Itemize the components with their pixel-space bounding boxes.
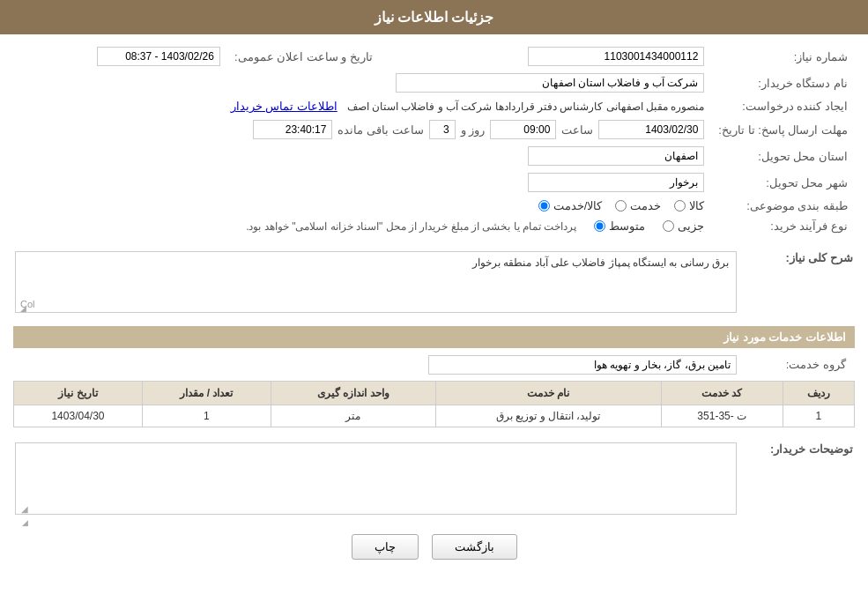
purchase-motavasset-option[interactable]: متوسط (594, 219, 645, 233)
table-row: 1 ت -35-351 تولید، انتقال و توزیع برق مت… (14, 405, 855, 427)
province-input[interactable] (528, 146, 704, 166)
response-date-input[interactable] (598, 120, 704, 139)
countdown-input[interactable] (253, 120, 332, 139)
need-number-label: شماره نیاز: (711, 43, 855, 70)
need-description-section: شرح کلی نیاز: برق رسانی به ایستگاه پمپاژ… (13, 245, 855, 319)
cell-code: ت -35-351 (661, 405, 783, 427)
service-group-input[interactable] (428, 355, 737, 375)
category-kala-khedmat-radio[interactable] (538, 200, 550, 212)
resize-handle-desc[interactable]: ◢ (18, 301, 26, 310)
purchase-jozii-radio[interactable] (663, 220, 674, 232)
need-number-value (415, 43, 711, 70)
buyer-org-value (13, 70, 711, 96)
purchase-type-row: نوع فرآیند خرید: جزیی متوسط پرداخت ت (13, 216, 855, 236)
need-desc-container: برق رسانی به ایستگاه پمپاژ فاضلاب علی آب… (15, 251, 737, 313)
col-header-row: ردیف (783, 382, 854, 405)
announcement-date-value (13, 43, 227, 70)
need-number-input[interactable] (528, 47, 704, 66)
response-time-label: ساعت (561, 123, 593, 137)
need-desc-label: شرح کلی نیاز: (785, 251, 853, 264)
response-day-input[interactable] (429, 120, 456, 139)
back-button[interactable]: بازگشت (432, 534, 517, 560)
need-desc-text: برق رسانی به ایستگاه پمپاژ فاضلاب علی آب… (472, 256, 729, 269)
need-number-row: شماره نیاز: تاریخ و ساعت اعلان عمومی: (13, 43, 855, 70)
buyer-notes-container: ◢ (15, 442, 737, 515)
cell-date: 1403/04/30 (14, 405, 143, 427)
buyer-notes-label: توضیحات خریدار: (770, 442, 853, 456)
response-deadline-row: مهلت ارسال پاسخ: تا تاریخ: ساعت باقی مان… (13, 116, 855, 143)
general-info-table: شماره نیاز: تاریخ و ساعت اعلان عمومی: نا… (13, 43, 855, 236)
button-row: بازگشت چاپ (13, 521, 855, 573)
buyer-notes-label-cell: توضیحات خریدار: (738, 438, 853, 519)
need-desc-layout: شرح کلی نیاز: برق رسانی به ایستگاه پمپاژ… (13, 245, 855, 319)
creator-text: منصوره مقبل اصفهانی کارشناس دفتر قرارداد… (347, 100, 705, 113)
announcement-date-input[interactable] (97, 47, 220, 66)
creator-row: ایجاد کننده درخواست: منصوره مقبل اصفهانی… (13, 96, 855, 116)
service-group-label: گروه خدمت: (738, 354, 853, 375)
creator-value: منصوره مقبل اصفهانی کارشناس دفتر قرارداد… (13, 96, 711, 116)
category-row: طبقه بندی موضوعی: کالا خدمت (13, 196, 855, 216)
buyer-notes-inner (16, 443, 736, 514)
services-section-label: اطلاعات خدمات مورد نیاز (723, 330, 846, 344)
city-row: شهر محل تحویل: (13, 169, 855, 196)
page-header: جزئیات اطلاعات نیاز (0, 0, 868, 34)
response-time-input[interactable] (490, 120, 556, 139)
page-wrapper: جزئیات اطلاعات نیاز شماره نیاز: تاریخ و … (0, 0, 868, 609)
services-table: ردیف کد خدمت نام خدمت واحد اندازه گیری ت… (13, 381, 855, 427)
col-header-unit: واحد اندازه گیری (271, 382, 435, 405)
need-desc-value-cell: برق رسانی به ایستگاه پمپاژ فاضلاب علی آب… (15, 247, 737, 317)
resize-handle-buyer[interactable]: ◢ (18, 501, 28, 512)
city-input[interactable] (528, 173, 704, 192)
cell-name: تولید، انتقال و توزیع برق (435, 405, 661, 427)
purchase-type-label: نوع فرآیند خرید: (711, 216, 855, 236)
service-group-value-cell (15, 354, 737, 375)
cell-row: 1 (783, 405, 854, 427)
city-label: شهر محل تحویل: (711, 169, 855, 196)
col-header-code: کد خدمت (661, 382, 783, 405)
province-label: استان محل تحویل: (711, 143, 855, 169)
purchase-type-options: جزیی متوسط پرداخت تمام یا بخشی از مبلغ خ… (13, 216, 711, 236)
province-value (13, 143, 711, 169)
buyer-org-row: نام دستگاه خریدار: (13, 70, 855, 96)
province-row: استان محل تحویل: (13, 143, 855, 169)
response-deadline-value: ساعت باقی مانده روز و ساعت (13, 116, 711, 143)
category-kala-khedmat-option[interactable]: کالا/خدمت (538, 199, 603, 212)
services-table-header-row: ردیف کد خدمت نام خدمت واحد اندازه گیری ت… (14, 382, 855, 405)
service-group-table: گروه خدمت: (13, 353, 855, 376)
cell-qty: 1 (142, 405, 271, 427)
purchase-note: پرداخت تمام یا بخشی از مبلغ خریدار از مح… (246, 220, 576, 233)
buyer-notes-value-cell: ◢ (15, 438, 737, 519)
city-value (13, 169, 711, 196)
category-kala-khedmat-label: کالا/خدمت (553, 199, 603, 212)
category-khedmat-radio[interactable] (615, 200, 627, 212)
response-day-label: روز و (461, 123, 486, 137)
response-deadline-label: مهلت ارسال پاسخ: تا تاریخ: (711, 116, 855, 143)
announcement-date-label: تاریخ و ساعت اعلان عمومی: (227, 43, 380, 70)
countdown-label: ساعت باقی مانده (338, 123, 423, 137)
purchase-jozii-label: جزیی (678, 219, 704, 233)
services-section-header: اطلاعات خدمات مورد نیاز (13, 326, 855, 348)
cell-unit: متر (271, 405, 435, 427)
category-options: کالا خدمت کالا/خدمت (13, 196, 711, 216)
print-button[interactable]: چاپ (352, 534, 419, 560)
col-header-date: تاریخ نیاز (14, 382, 143, 405)
page-title: جزئیات اطلاعات نیاز (375, 10, 494, 25)
category-kala-radio[interactable] (674, 200, 686, 212)
main-content: شماره نیاز: تاریخ و ساعت اعلان عمومی: نا… (0, 34, 868, 582)
col-header-qty: تعداد / مقدار (142, 382, 271, 405)
purchase-motavasset-radio[interactable] (594, 220, 605, 232)
purchase-jozii-option[interactable]: جزیی (663, 219, 704, 233)
category-khedmat-option[interactable]: خدمت (615, 199, 661, 212)
need-desc-label-cell: شرح کلی نیاز: (738, 247, 853, 317)
purchase-motavasset-label: متوسط (609, 219, 645, 233)
col-header-name: نام خدمت (435, 382, 661, 405)
category-khedmat-label: خدمت (630, 199, 661, 212)
buyer-org-label: نام دستگاه خریدار: (711, 70, 855, 96)
category-label: طبقه بندی موضوعی: (711, 196, 855, 216)
category-kala-label: کالا (689, 199, 704, 212)
category-kala-option[interactable]: کالا (674, 199, 704, 212)
buyer-notes-table: توضیحات خریدار: ◢ (13, 436, 855, 521)
buyer-org-input[interactable] (396, 73, 704, 93)
creator-label: ایجاد کننده درخواست: (711, 96, 855, 116)
contact-link[interactable]: اطلاعات تماس خریدار (231, 100, 338, 113)
